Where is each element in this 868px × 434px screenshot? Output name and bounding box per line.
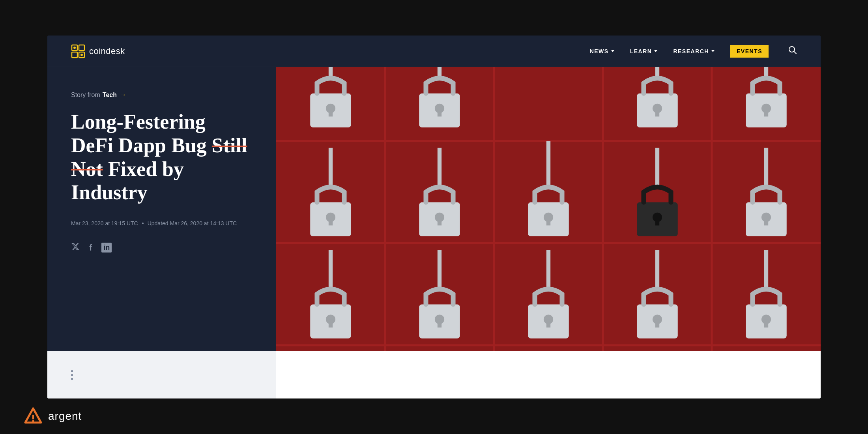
svg-rect-57 (655, 217, 659, 226)
navbar: coindesk NEWS LEARN RESEARCH EVENTS (47, 36, 821, 67)
nav-events-button[interactable]: EVENTS (730, 45, 769, 58)
coindesk-logo-icon (71, 44, 85, 58)
story-category[interactable]: Tech (103, 92, 117, 99)
svg-rect-4 (79, 45, 84, 51)
svg-rect-42 (655, 108, 659, 117)
svg-rect-60 (764, 217, 768, 226)
dot-2 (71, 374, 73, 376)
browser-window: coindesk NEWS LEARN RESEARCH EVENTS (47, 36, 821, 398)
learn-dropdown-arrow (654, 50, 657, 52)
hero-image-container: Photo by Jon Moore on Unsplash (276, 67, 821, 351)
svg-rect-75 (764, 319, 768, 327)
argent-logo-icon (24, 407, 43, 426)
svg-point-8 (80, 54, 83, 56)
lower-section (47, 351, 821, 398)
svg-rect-48 (329, 217, 333, 226)
dot-1 (71, 370, 73, 372)
nav-search-button[interactable] (788, 46, 797, 57)
facebook-share-button[interactable]: f (89, 243, 92, 253)
argent-brand-text: argent (48, 410, 82, 423)
logo-area[interactable]: coindesk (71, 44, 125, 58)
nav-links: NEWS LEARN RESEARCH EVENTS (590, 45, 797, 58)
story-from-breadcrumb: Story from Tech → (71, 91, 253, 99)
article-left: Story from Tech → Long-Festering DeFi Da… (47, 67, 276, 351)
svg-rect-39 (438, 108, 441, 117)
svg-rect-45 (764, 108, 768, 117)
argent-bar: argent (0, 398, 868, 434)
search-icon (788, 46, 797, 54)
dot-3 (71, 378, 73, 380)
svg-rect-51 (438, 217, 441, 226)
svg-rect-36 (329, 108, 333, 117)
meta-separator (142, 223, 144, 224)
svg-rect-69 (546, 319, 550, 327)
lower-right-content (276, 351, 821, 398)
linkedin-share-button[interactable]: in (101, 243, 112, 253)
article-right: Photo by Jon Moore on Unsplash (276, 67, 821, 351)
svg-rect-63 (329, 319, 333, 327)
svg-rect-72 (655, 319, 659, 327)
svg-point-7 (73, 47, 76, 49)
svg-rect-5 (72, 52, 77, 58)
nav-research[interactable]: RESEARCH (673, 48, 715, 54)
svg-point-2 (32, 420, 34, 422)
argent-logo: argent (24, 407, 82, 426)
article-meta: Mar 23, 2020 at 19:15 UTC Updated Mar 26… (71, 220, 253, 226)
story-arrow-icon: → (119, 91, 126, 99)
nav-learn[interactable]: LEARN (630, 48, 658, 54)
nav-news[interactable]: NEWS (590, 48, 614, 54)
twitter-share-button[interactable] (71, 242, 80, 253)
logo-text: coindesk (89, 46, 125, 56)
main-content: Story from Tech → Long-Festering DeFi Da… (47, 67, 821, 351)
news-dropdown-arrow (611, 50, 614, 52)
article-title: Long-Festering DeFi Dapp Bug Still Not F… (71, 110, 253, 204)
research-dropdown-arrow (711, 50, 715, 52)
svg-rect-66 (438, 319, 441, 327)
svg-line-10 (794, 51, 797, 54)
more-options-dots[interactable] (71, 370, 73, 380)
social-share-bar: f in (71, 242, 253, 253)
lower-left (47, 351, 276, 398)
hero-image: Photo by Jon Moore on Unsplash (276, 67, 821, 351)
svg-rect-54 (546, 217, 550, 226)
